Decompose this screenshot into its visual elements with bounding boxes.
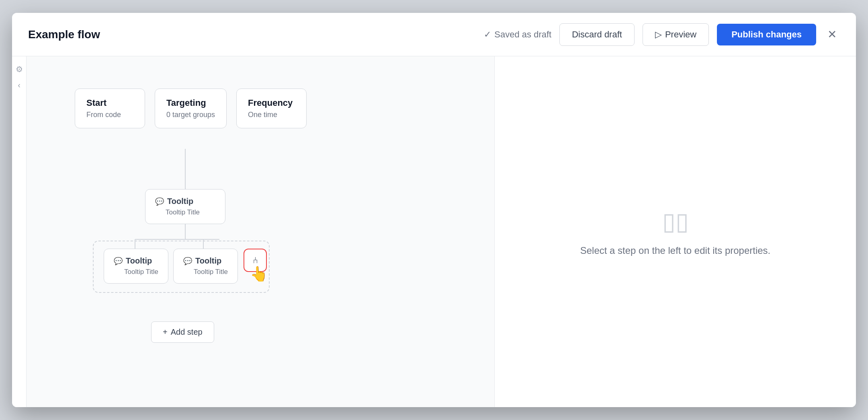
app-window: Example flow ✓ Saved as draft Discard dr… xyxy=(12,13,856,407)
tooltip-node-header: 💬 Tooltip xyxy=(155,197,215,206)
panel-placeholder-text: Select a step on the left to edit its pr… xyxy=(580,245,771,256)
start-card-subtitle: From code xyxy=(86,111,133,119)
frequency-card-subtitle: One time xyxy=(248,111,295,119)
preview-icon: ▷ xyxy=(655,29,662,40)
start-card-title: Start xyxy=(86,98,133,108)
branch-tooltip-icon-2: 💬 xyxy=(183,257,192,266)
add-step-button[interactable]: + Add step xyxy=(151,321,214,343)
branch-tooltip-header-1: 💬 Tooltip xyxy=(114,256,158,266)
start-card[interactable]: Start From code xyxy=(75,89,145,128)
header: Example flow ✓ Saved as draft Discard dr… xyxy=(12,13,856,56)
targeting-card-title: Targeting xyxy=(166,98,215,108)
top-cards-row: Start From code Targeting 0 target group… xyxy=(75,89,307,128)
frequency-card-title: Frequency xyxy=(248,98,295,108)
branch-tooltip-header-2: 💬 Tooltip xyxy=(183,256,228,266)
branch-tooltip-node-1[interactable]: 💬 Tooltip Tooltip Title xyxy=(104,249,168,284)
branch-tooltip-subtitle-2: Tooltip Title xyxy=(183,268,228,276)
add-step-label: Add step xyxy=(171,327,203,337)
settings-icon[interactable]: ⚙ xyxy=(16,64,23,74)
canvas-content: Start From code Targeting 0 target group… xyxy=(27,56,494,407)
saved-status: ✓ Saved as draft xyxy=(484,29,551,40)
flow-canvas: Start From code Targeting 0 target group… xyxy=(27,56,494,407)
publish-changes-button[interactable]: Publish changes xyxy=(717,24,816,45)
branch-tooltip-title-1: Tooltip xyxy=(126,256,152,266)
main-tooltip-subtitle: Tooltip Title xyxy=(155,208,215,216)
right-panel: ▯▯ Select a step on the left to edit its… xyxy=(494,56,856,407)
header-actions: ✓ Saved as draft Discard draft ▷ Preview… xyxy=(484,23,840,46)
fork-icon: ⑃ xyxy=(253,255,258,266)
discard-draft-button[interactable]: Discard draft xyxy=(559,23,635,46)
preview-button[interactable]: ▷ Preview xyxy=(643,23,709,46)
main-area: ⚙ ‹ xyxy=(12,56,856,407)
branch-tooltip-icon-1: 💬 xyxy=(114,257,123,266)
plus-icon: + xyxy=(163,327,168,337)
targeting-card[interactable]: Targeting 0 target groups xyxy=(155,89,227,128)
preview-label: Preview xyxy=(665,29,696,40)
frequency-card[interactable]: Frequency One time xyxy=(236,89,307,128)
check-icon: ✓ xyxy=(484,29,491,40)
main-tooltip-node[interactable]: 💬 Tooltip Tooltip Title xyxy=(145,189,225,224)
branch-tooltip-node-2[interactable]: 💬 Tooltip Tooltip Title xyxy=(173,249,238,284)
saved-label: Saved as draft xyxy=(494,29,551,40)
chevron-down-icon[interactable]: ‹ xyxy=(18,80,20,90)
add-branch-button[interactable]: ⑃ xyxy=(244,249,267,272)
panel-placeholder-icon: ▯▯ xyxy=(662,207,689,235)
targeting-card-subtitle: 0 target groups xyxy=(166,111,215,119)
tooltip-speech-icon: 💬 xyxy=(155,197,164,206)
branch-tooltip-subtitle-1: Tooltip Title xyxy=(114,268,158,276)
left-sidebar: ⚙ ‹ xyxy=(12,56,27,407)
close-button[interactable]: ✕ xyxy=(824,25,840,44)
branch-tooltip-title-2: Tooltip xyxy=(195,256,221,266)
page-title: Example flow xyxy=(28,28,484,41)
main-tooltip-title: Tooltip xyxy=(167,197,193,206)
